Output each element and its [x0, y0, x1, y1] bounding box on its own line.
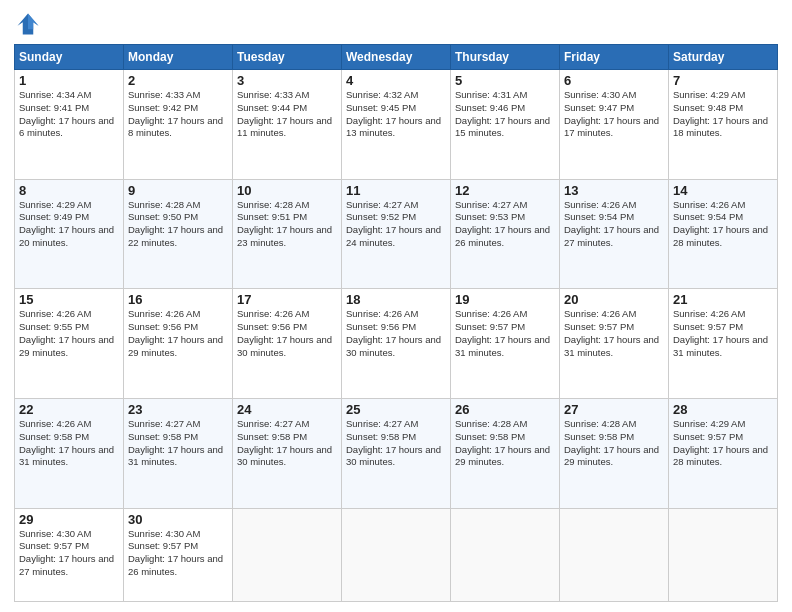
day-info: Sunrise: 4:26 AMSunset: 9:57 PMDaylight:…: [564, 308, 664, 359]
day-info: Sunrise: 4:26 AMSunset: 9:56 PMDaylight:…: [237, 308, 337, 359]
day-number: 24: [237, 402, 337, 417]
day-info: Sunrise: 4:28 AMSunset: 9:50 PMDaylight:…: [128, 199, 228, 250]
calendar-cell: [451, 508, 560, 602]
day-number: 6: [564, 73, 664, 88]
day-info: Sunrise: 4:30 AMSunset: 9:47 PMDaylight:…: [564, 89, 664, 140]
calendar-cell: 21Sunrise: 4:26 AMSunset: 9:57 PMDayligh…: [669, 289, 778, 399]
day-info: Sunrise: 4:26 AMSunset: 9:57 PMDaylight:…: [673, 308, 773, 359]
calendar-cell: 9Sunrise: 4:28 AMSunset: 9:50 PMDaylight…: [124, 179, 233, 289]
calendar-cell: 6Sunrise: 4:30 AMSunset: 9:47 PMDaylight…: [560, 70, 669, 180]
calendar-cell: 13Sunrise: 4:26 AMSunset: 9:54 PMDayligh…: [560, 179, 669, 289]
day-number: 8: [19, 183, 119, 198]
calendar-header-row: SundayMondayTuesdayWednesdayThursdayFrid…: [15, 45, 778, 70]
calendar-cell: 15Sunrise: 4:26 AMSunset: 9:55 PMDayligh…: [15, 289, 124, 399]
day-number: 15: [19, 292, 119, 307]
day-number: 30: [128, 512, 228, 527]
weekday-header: Sunday: [15, 45, 124, 70]
calendar-cell: 12Sunrise: 4:27 AMSunset: 9:53 PMDayligh…: [451, 179, 560, 289]
day-info: Sunrise: 4:29 AMSunset: 9:49 PMDaylight:…: [19, 199, 119, 250]
day-number: 11: [346, 183, 446, 198]
calendar-cell: 18Sunrise: 4:26 AMSunset: 9:56 PMDayligh…: [342, 289, 451, 399]
day-info: Sunrise: 4:27 AMSunset: 9:52 PMDaylight:…: [346, 199, 446, 250]
day-info: Sunrise: 4:26 AMSunset: 9:56 PMDaylight:…: [346, 308, 446, 359]
day-info: Sunrise: 4:27 AMSunset: 9:58 PMDaylight:…: [346, 418, 446, 469]
day-number: 14: [673, 183, 773, 198]
day-number: 29: [19, 512, 119, 527]
day-info: Sunrise: 4:30 AMSunset: 9:57 PMDaylight:…: [19, 528, 119, 579]
day-info: Sunrise: 4:26 AMSunset: 9:54 PMDaylight:…: [673, 199, 773, 250]
calendar-cell: [342, 508, 451, 602]
calendar-cell: 23Sunrise: 4:27 AMSunset: 9:58 PMDayligh…: [124, 398, 233, 508]
calendar-cell: 14Sunrise: 4:26 AMSunset: 9:54 PMDayligh…: [669, 179, 778, 289]
calendar-cell: 2Sunrise: 4:33 AMSunset: 9:42 PMDaylight…: [124, 70, 233, 180]
day-info: Sunrise: 4:26 AMSunset: 9:58 PMDaylight:…: [19, 418, 119, 469]
logo: [14, 10, 46, 38]
day-number: 20: [564, 292, 664, 307]
day-number: 25: [346, 402, 446, 417]
day-number: 16: [128, 292, 228, 307]
calendar-cell: 11Sunrise: 4:27 AMSunset: 9:52 PMDayligh…: [342, 179, 451, 289]
day-number: 12: [455, 183, 555, 198]
day-info: Sunrise: 4:33 AMSunset: 9:42 PMDaylight:…: [128, 89, 228, 140]
calendar-cell: 24Sunrise: 4:27 AMSunset: 9:58 PMDayligh…: [233, 398, 342, 508]
calendar-cell: 22Sunrise: 4:26 AMSunset: 9:58 PMDayligh…: [15, 398, 124, 508]
svg-marker-1: [28, 14, 39, 30]
header: [14, 10, 778, 38]
weekday-header: Tuesday: [233, 45, 342, 70]
day-number: 26: [455, 402, 555, 417]
day-info: Sunrise: 4:29 AMSunset: 9:57 PMDaylight:…: [673, 418, 773, 469]
calendar-cell: 20Sunrise: 4:26 AMSunset: 9:57 PMDayligh…: [560, 289, 669, 399]
calendar-cell: 10Sunrise: 4:28 AMSunset: 9:51 PMDayligh…: [233, 179, 342, 289]
day-info: Sunrise: 4:34 AMSunset: 9:41 PMDaylight:…: [19, 89, 119, 140]
calendar-cell: 25Sunrise: 4:27 AMSunset: 9:58 PMDayligh…: [342, 398, 451, 508]
day-info: Sunrise: 4:27 AMSunset: 9:58 PMDaylight:…: [237, 418, 337, 469]
day-info: Sunrise: 4:28 AMSunset: 9:58 PMDaylight:…: [564, 418, 664, 469]
logo-icon: [14, 10, 42, 38]
weekday-header: Monday: [124, 45, 233, 70]
calendar-cell: 1Sunrise: 4:34 AMSunset: 9:41 PMDaylight…: [15, 70, 124, 180]
day-number: 21: [673, 292, 773, 307]
calendar-cell: 27Sunrise: 4:28 AMSunset: 9:58 PMDayligh…: [560, 398, 669, 508]
day-info: Sunrise: 4:27 AMSunset: 9:53 PMDaylight:…: [455, 199, 555, 250]
day-number: 22: [19, 402, 119, 417]
day-info: Sunrise: 4:29 AMSunset: 9:48 PMDaylight:…: [673, 89, 773, 140]
calendar-cell: 4Sunrise: 4:32 AMSunset: 9:45 PMDaylight…: [342, 70, 451, 180]
calendar-cell: 30Sunrise: 4:30 AMSunset: 9:57 PMDayligh…: [124, 508, 233, 602]
calendar-cell: [560, 508, 669, 602]
calendar-week-row: 22Sunrise: 4:26 AMSunset: 9:58 PMDayligh…: [15, 398, 778, 508]
day-number: 13: [564, 183, 664, 198]
day-info: Sunrise: 4:26 AMSunset: 9:55 PMDaylight:…: [19, 308, 119, 359]
day-number: 4: [346, 73, 446, 88]
day-info: Sunrise: 4:26 AMSunset: 9:57 PMDaylight:…: [455, 308, 555, 359]
weekday-header: Saturday: [669, 45, 778, 70]
calendar-week-row: 29Sunrise: 4:30 AMSunset: 9:57 PMDayligh…: [15, 508, 778, 602]
day-info: Sunrise: 4:28 AMSunset: 9:51 PMDaylight:…: [237, 199, 337, 250]
calendar-cell: 3Sunrise: 4:33 AMSunset: 9:44 PMDaylight…: [233, 70, 342, 180]
day-number: 7: [673, 73, 773, 88]
weekday-header: Friday: [560, 45, 669, 70]
day-number: 18: [346, 292, 446, 307]
calendar-cell: 28Sunrise: 4:29 AMSunset: 9:57 PMDayligh…: [669, 398, 778, 508]
calendar-cell: [233, 508, 342, 602]
calendar-cell: 29Sunrise: 4:30 AMSunset: 9:57 PMDayligh…: [15, 508, 124, 602]
day-info: Sunrise: 4:30 AMSunset: 9:57 PMDaylight:…: [128, 528, 228, 579]
calendar-table: SundayMondayTuesdayWednesdayThursdayFrid…: [14, 44, 778, 602]
calendar-cell: 17Sunrise: 4:26 AMSunset: 9:56 PMDayligh…: [233, 289, 342, 399]
day-number: 1: [19, 73, 119, 88]
day-info: Sunrise: 4:32 AMSunset: 9:45 PMDaylight:…: [346, 89, 446, 140]
day-number: 19: [455, 292, 555, 307]
weekday-header: Thursday: [451, 45, 560, 70]
day-info: Sunrise: 4:26 AMSunset: 9:54 PMDaylight:…: [564, 199, 664, 250]
day-info: Sunrise: 4:26 AMSunset: 9:56 PMDaylight:…: [128, 308, 228, 359]
day-number: 28: [673, 402, 773, 417]
calendar-cell: 26Sunrise: 4:28 AMSunset: 9:58 PMDayligh…: [451, 398, 560, 508]
calendar-cell: 7Sunrise: 4:29 AMSunset: 9:48 PMDaylight…: [669, 70, 778, 180]
day-number: 17: [237, 292, 337, 307]
calendar-cell: 8Sunrise: 4:29 AMSunset: 9:49 PMDaylight…: [15, 179, 124, 289]
day-number: 3: [237, 73, 337, 88]
calendar-cell: 5Sunrise: 4:31 AMSunset: 9:46 PMDaylight…: [451, 70, 560, 180]
page: SundayMondayTuesdayWednesdayThursdayFrid…: [0, 0, 792, 612]
day-number: 23: [128, 402, 228, 417]
day-info: Sunrise: 4:28 AMSunset: 9:58 PMDaylight:…: [455, 418, 555, 469]
calendar-week-row: 15Sunrise: 4:26 AMSunset: 9:55 PMDayligh…: [15, 289, 778, 399]
